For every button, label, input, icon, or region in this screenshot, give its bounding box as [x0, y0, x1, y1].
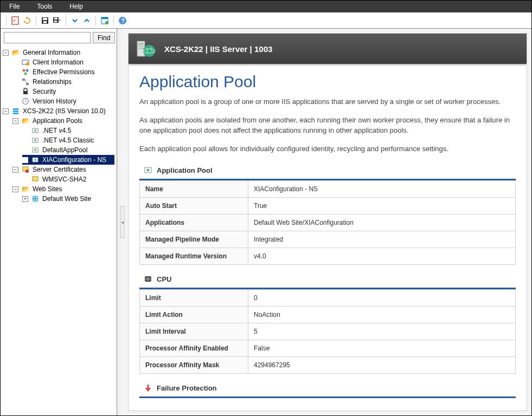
cpu-table: Limit0Limit ActionNoActionLimit Interval…: [139, 289, 516, 374]
svg-rect-21: [23, 91, 28, 94]
property-name: Auto Start: [140, 198, 248, 214]
globe-icon: [31, 194, 40, 203]
svg-rect-24: [13, 110, 18, 112]
folder-icon: 📂: [11, 48, 20, 57]
client-icon: [21, 58, 30, 67]
table-row: Processor Affinity Mask4294967295: [140, 357, 516, 374]
collapse-icon[interactable]: −: [12, 118, 18, 124]
expand-down-icon[interactable]: [69, 15, 80, 26]
tree-server[interactable]: − XCS-2K22 (IIS Version 10.0): [3, 106, 114, 116]
help-icon[interactable]: ?: [117, 15, 128, 26]
table-row: Limit ActionNoAction: [140, 307, 516, 323]
cpu-icon: [144, 275, 152, 283]
menu-tools[interactable]: Tools: [28, 2, 61, 11]
content-panel[interactable]: XCS-2K22 | IIS Server | 1003 Application…: [128, 33, 527, 411]
collapse-icon[interactable]: −: [3, 108, 9, 114]
apppool-icon: [31, 126, 40, 135]
tree-security[interactable]: Security: [12, 87, 114, 96]
content-area: ◂ XCS-2K22 | IIS Server | 1003 Applicati…: [120, 29, 531, 415]
folder-icon: 📂: [21, 116, 30, 125]
collapse-icon[interactable]: −: [3, 50, 9, 56]
table-row: Processor Affinity EnabledFalse: [140, 340, 516, 357]
property-value: NoAction: [248, 307, 516, 323]
tree-view: − 📂 General Information Client Informati…: [1, 47, 117, 415]
tree-xiaconfiguration[interactable]: XIAConfiguration - NS: [22, 155, 114, 165]
table-row: Managed Pipeline ModeIntegrated: [140, 231, 516, 248]
property-value: Default Web Site/XIAConfiguration: [248, 214, 516, 231]
tree-server-certificates[interactable]: − Server Certificates: [12, 165, 114, 174]
tree-general-information[interactable]: − 📂 General Information: [3, 48, 114, 57]
property-value: 5: [248, 323, 516, 340]
tree-web-sites[interactable]: − 📂 Web Sites: [12, 184, 114, 194]
property-name: Applications: [140, 214, 248, 231]
apppool-icon: [144, 166, 152, 174]
tree-wmsvc[interactable]: WMSVC-SHA2: [22, 174, 114, 184]
apppool-table: NameXIAConfiguration - NSAuto StartTrueA…: [139, 180, 516, 265]
menu-file[interactable]: File: [1, 2, 28, 11]
svg-rect-49: [146, 277, 150, 281]
menubar: File Tools Help: [1, 1, 531, 12]
property-name: Managed Runtime Version: [140, 248, 248, 265]
section-failure-protection: Failure Protection: [139, 379, 516, 398]
expand-icon[interactable]: +: [22, 196, 28, 202]
folder-icon: 📂: [21, 185, 30, 193]
apppool-icon: [31, 136, 40, 145]
search-input[interactable]: [4, 32, 91, 43]
save-dropdown-icon[interactable]: [52, 15, 62, 26]
window-icon[interactable]: [99, 15, 110, 26]
svg-point-37: [32, 196, 39, 202]
collapse-up-icon[interactable]: [81, 15, 92, 26]
relationships-icon: [21, 77, 30, 86]
table-row: ApplicationsDefault Web Site/XIAConfigur…: [140, 214, 516, 231]
svg-point-17: [24, 73, 27, 75]
collapse-sidebar-handle[interactable]: ◂: [120, 206, 125, 238]
find-button[interactable]: Find: [93, 32, 115, 43]
property-value: XIAConfiguration - NS: [248, 181, 516, 198]
section-title: CPU: [157, 275, 171, 283]
property-name: Processor Affinity Enabled: [140, 340, 248, 357]
collapse-icon[interactable]: −: [12, 186, 18, 192]
svg-text:?: ?: [121, 17, 125, 24]
menu-help[interactable]: Help: [61, 2, 92, 11]
tree-client-information[interactable]: Client Information: [12, 57, 114, 67]
refresh-icon[interactable]: [22, 15, 33, 26]
table-row: Limit Interval5: [140, 323, 516, 340]
svg-point-44: [143, 45, 155, 57]
toolbar: P ?: [1, 12, 531, 29]
certificate-icon: [31, 175, 40, 184]
svg-rect-42: [138, 46, 144, 47]
section-application-pool: Application Pool NameXIAConfiguration - …: [139, 161, 516, 265]
tree-net45[interactable]: .NET v4.5: [22, 126, 114, 135]
doc-heading: Application Pool: [139, 73, 516, 91]
property-value: False: [248, 340, 516, 357]
history-icon: [21, 97, 30, 106]
tree-relationships[interactable]: Relationships: [12, 77, 114, 87]
table-row: Managed Runtime Versionv4.0: [140, 248, 516, 265]
svg-rect-36: [33, 177, 38, 181]
tree-defaultapppool[interactable]: DefaultAppPool: [22, 145, 114, 155]
collapse-icon[interactable]: −: [12, 167, 18, 173]
svg-point-10: [105, 21, 108, 24]
svg-rect-9: [101, 17, 108, 19]
down-arrow-icon: [144, 384, 152, 392]
svg-point-27: [34, 129, 36, 132]
tree-version-history[interactable]: Version History: [12, 96, 114, 106]
svg-rect-6: [54, 18, 57, 20]
section-title: Application Pool: [157, 166, 213, 174]
table-row: NameXIAConfiguration - NS: [140, 181, 516, 198]
sidebar: Find − 📂 General Information Client Info…: [1, 29, 117, 415]
apppool-icon: [31, 146, 40, 154]
property-name: Limit: [140, 290, 248, 307]
tree-effective-permissions[interactable]: Effective Permissions: [12, 67, 114, 77]
doc-paragraph: As application pools are isolated from o…: [139, 115, 516, 136]
tree-application-pools[interactable]: − 📂 Application Pools: [12, 116, 114, 126]
tree-default-web-site[interactable]: + Default Web Site: [22, 194, 114, 204]
tree-net45-classic[interactable]: .NET v4.5 Classic: [22, 135, 114, 145]
property-name: Limit Interval: [140, 323, 248, 340]
property-name: Managed Pipeline Mode: [140, 231, 248, 248]
pdf-icon[interactable]: P: [10, 15, 21, 26]
svg-point-29: [34, 139, 36, 141]
doc-paragraph: Each application pool allows for individ…: [139, 144, 516, 154]
property-value: 4294967295: [248, 357, 516, 374]
save-icon[interactable]: [40, 15, 50, 26]
